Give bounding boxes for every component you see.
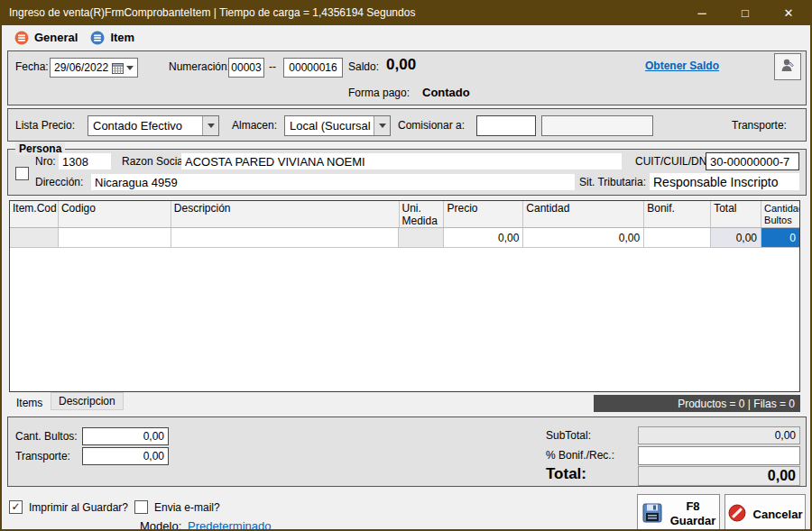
razon-social-field[interactable]: ACOSTA PARED VIVIANA NOEMI [181,153,622,169]
cell-codigo[interactable] [59,228,171,247]
cuit-value: 30-00000000-7 [710,155,789,169]
grid-header-row: Item.Cod Codigo Descripción Uni. Medida … [10,201,799,228]
tab-item-label: Item [110,31,134,44]
imprimir-label: Imprimir al Guardar? [29,501,128,514]
almacen-label: Almacen: [232,119,277,132]
forma-pago-value: Contado [422,86,470,99]
nro-value: 1308 [62,155,88,169]
direccion-value: Nicaragua 4959 [95,176,178,189]
cuit-field[interactable]: 30-00000000-7 [706,152,799,170]
transporte-input[interactable]: 0,00 [82,447,169,465]
col-header-unimedida[interactable]: Uni. Medida [400,201,445,227]
person-edit-button[interactable] [774,53,801,80]
totals-panel: Cant. Bultos: 0,00 Transporte: 0,00 SubT… [7,417,807,487]
item-list-icon [90,31,105,45]
subtotal-value: 0,00 [775,429,796,442]
fecha-input[interactable]: 29/06/2022 [50,58,138,78]
lista-precio-label: Lista Precio: [15,119,75,132]
transporte-header-label: Transporte: [732,119,787,132]
guardar-button[interactable]: F8 Guardar [637,494,720,531]
razon-social-value: ACOSTA PARED VIVIANA NOEMI [185,155,365,169]
imprimir-checkbox[interactable]: ✓ [9,500,23,514]
col-header-descripcion[interactable]: Descripción [171,201,400,227]
nro-field[interactable]: 1308 [59,153,111,169]
almacen-value: Local (Sucursal [285,119,374,133]
cant-bultos-value: 0,00 [143,430,164,443]
dropdown-arrow-icon [126,66,134,70]
bonif-rec-input[interactable] [638,446,800,465]
cell-precio[interactable]: 0,00 [444,228,523,247]
close-button[interactable]: ✕ [770,0,807,25]
modelo-link[interactable]: Predeterminado [188,519,272,531]
tab-descripcion[interactable]: Descripcion [51,392,124,410]
col-header-cantidadbultos[interactable]: Cantidad Bultos [761,201,799,227]
saldo-value: 0,00 [386,56,416,74]
cell-itemcod[interactable] [10,228,59,247]
tab-item[interactable]: Item [90,31,134,45]
calendar-icon[interactable] [112,62,134,74]
saldo-label: Saldo: [348,60,379,73]
modelo-label: Modelo: [140,519,181,531]
numeracion-numero-input[interactable]: 00000016 [283,58,343,78]
guardar-label: F8 Guardar [670,499,716,529]
cuit-label: CUIT/CUIL/DNI: [635,155,713,168]
cell-cantidadbultos-selected[interactable]: 0 [761,228,799,247]
chevron-down-icon [202,116,218,135]
options-panel: Lista Precio: Contado Efectivo Almacen: … [7,108,807,142]
col-header-bonif[interactable]: Bonif. [644,201,711,227]
items-grid: Item.Cod Codigo Descripción Uni. Medida … [9,200,800,392]
minimize-button[interactable]: ─ [684,0,720,25]
direccion-field[interactable]: Nicaragua 4959 [91,174,575,190]
numeracion-serie-value: 00003 [231,61,261,74]
lista-precio-select[interactable]: Contado Efectivo [88,115,219,136]
numeracion-separator: -- [269,60,276,73]
almacen-select[interactable]: Local (Sucursal [284,115,391,136]
numeracion-serie-input[interactable]: 00003 [228,58,264,78]
cell-total[interactable]: 0,00 [711,228,761,247]
grid-status-bar: Productos = 0 | Filas = 0 [594,395,800,412]
persona-checkbox[interactable] [15,167,29,180]
tab-items[interactable]: Items [9,393,50,412]
fecha-value: 29/06/2022 [54,61,108,74]
cell-descripcion[interactable] [171,228,400,247]
cell-unimedida[interactable] [399,228,444,247]
cant-bultos-input[interactable]: 0,00 [82,427,169,445]
direccion-label: Dirección: [35,176,83,188]
col-header-codigo[interactable]: Codigo [59,201,171,227]
sit-tributaria-field[interactable]: Responsable Inscripto [650,173,799,190]
col-header-precio[interactable]: Precio [444,201,523,227]
col-header-itemcod[interactable]: Item.Cod [10,201,59,227]
comisionar-name-input[interactable] [541,115,653,136]
transporte-value: 0,00 [143,450,164,462]
obtener-saldo-link[interactable]: Obtener Saldo [645,60,719,72]
window-title: Ingreso de venta(R)FrmComprobanteItem | … [0,6,415,19]
fecha-label: Fecha: [15,60,49,73]
tab-general-label: General [34,31,78,44]
comisionar-code-input[interactable] [476,115,536,136]
total-label: Total: [546,465,586,483]
total-field: 0,00 [638,466,800,486]
tab-general[interactable]: General [14,31,78,45]
col-header-total[interactable]: Total [711,201,761,227]
lista-precio-value: Contado Efectivo [88,119,202,133]
bonif-rec-label: % Bonif./Rec.: [546,449,614,462]
cell-cantidad[interactable]: 0,00 [523,228,644,247]
cell-bonif[interactable] [644,228,711,247]
person-edit-icon [780,58,796,77]
col-header-cantidad[interactable]: Cantidad [523,201,644,227]
cancelar-label: Cancelar [753,508,803,521]
maximize-button[interactable]: □ [727,0,763,25]
chevron-down-icon [374,116,390,135]
email-checkbox[interactable] [134,500,148,514]
cancelar-button[interactable]: Cancelar [724,494,806,531]
general-list-icon [14,31,29,45]
app-window: Ingreso de venta(R)FrmComprobanteItem | … [0,0,812,531]
cant-bultos-label: Cant. Bultos: [15,430,78,443]
email-label: Envia e-mail? [154,501,220,514]
subtotal-label: SubTotal: [546,429,591,442]
sit-tributaria-label: Sit. Tributaria: [579,176,646,188]
transporte-label: Transporte: [15,450,70,462]
numeracion-numero-value: 00000016 [289,61,337,74]
comisionar-label: Comisionar a: [398,119,465,132]
floppy-icon [641,502,663,526]
